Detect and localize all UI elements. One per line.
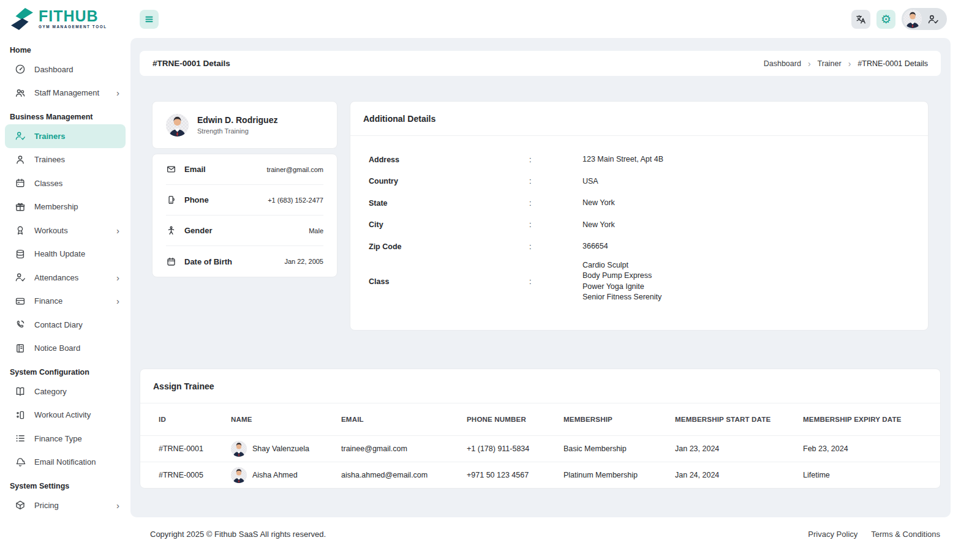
sidebar-item-health-update[interactable]: Health Update ›: [5, 242, 126, 266]
trainer-name: Edwin D. Rodriguez: [197, 115, 277, 125]
breadcrumb-item-trne-0001-details: #TRNE-0001 Details: [858, 59, 928, 68]
sidebar-item-workout-activity[interactable]: Workout Activity ›: [5, 403, 126, 427]
sidebar: FITHUB GYM MANAGEMENT TOOL Home Dashboar…: [0, 0, 130, 551]
breadcrumb-item-trainer[interactable]: Trainer: [818, 59, 842, 68]
detail-value: New York: [582, 195, 615, 211]
field-value: Jan 22, 2005: [284, 258, 323, 265]
mail-icon: [166, 164, 176, 174]
detail-separator: :: [529, 220, 582, 229]
hamburger-menu-button[interactable]: [140, 10, 159, 29]
fithub-logo-mark: [10, 7, 34, 31]
logo-name: FITHUB: [39, 9, 107, 24]
settings-button[interactable]: ⚙: [876, 10, 895, 29]
nav-section-title-home: Home: [10, 46, 121, 54]
chevron-right-icon: ›: [116, 296, 119, 305]
sidebar-item-finance-type[interactable]: Finance Type ›: [5, 427, 126, 451]
logo-subtitle: GYM MANAGEMENT TOOL: [39, 25, 107, 29]
cell-id: #TRNE-0001: [140, 435, 231, 462]
trainee-avatar: [231, 467, 247, 483]
nav-section-title-system-configuration: System Configuration: [10, 368, 121, 377]
fithub-logo[interactable]: FITHUB GYM MANAGEMENT TOOL: [5, 0, 126, 38]
sidebar-item-attendances[interactable]: Attendances ›: [5, 266, 126, 290]
sidebar-item-email-notification[interactable]: Email Notification ›: [5, 451, 126, 474]
cell-email: trainee@gmail.com: [341, 435, 467, 462]
sidebar-item-dashboard[interactable]: Dashboard ›: [5, 58, 126, 81]
sidebar-item-label: Email Notification: [34, 457, 119, 467]
profile-field-phone: Phone +1 (683) 152-2477: [166, 185, 323, 216]
book-icon: [15, 386, 26, 397]
sidebar-item-staff-management[interactable]: Staff Management ›: [5, 81, 126, 105]
sidebar-item-category[interactable]: Category ›: [5, 380, 126, 403]
assign-trainee-title: Assign Trainee: [140, 369, 940, 403]
sidebar-item-label: Dashboard: [34, 65, 119, 74]
sidebar-item-label: Health Update: [34, 249, 119, 258]
settings-gear-icon: ⚙: [881, 13, 891, 25]
footer-links: Privacy PolicyTerms & Conditions: [808, 530, 940, 539]
cell-email: aisha.ahmed@email.com: [341, 462, 467, 488]
sidebar-item-label: Finance: [34, 296, 108, 305]
sidebar-item-label: Pricing: [34, 501, 108, 510]
cell-id: #TRNE-0005: [140, 462, 231, 488]
hamburger-menu-icon: [143, 13, 155, 25]
sidebar-item-label: Membership: [34, 202, 119, 211]
detail-label: Country: [369, 177, 529, 186]
sidebar-item-label: Workout Activity: [34, 410, 119, 419]
detail-separator: :: [529, 156, 582, 164]
column-header-id: ID: [140, 403, 231, 435]
trainee-row-trne-0001[interactable]: #TRNE-0001Shay Valenzuelatrainee@gmail.c…: [140, 435, 941, 462]
field-label: Gender: [184, 226, 301, 235]
detail-label: Address: [369, 156, 529, 164]
additional-details-title: Additional Details: [350, 102, 928, 136]
column-header-membership: MEMBERSHIP: [564, 403, 675, 435]
detail-value: New York: [582, 217, 615, 233]
cell-phone-number: +971 50 123 4567: [467, 462, 564, 488]
cell-name: Aisha Ahmed: [231, 462, 341, 488]
footer-link-privacy-policy[interactable]: Privacy Policy: [808, 530, 858, 539]
detail-row-address: Address : 123 Main Street, Apt 4B: [369, 149, 928, 171]
sidebar-item-pricing[interactable]: Pricing ›: [5, 493, 126, 517]
body-icon: [166, 225, 176, 236]
sidebar-item-notice-board[interactable]: Notice Board ›: [5, 337, 126, 361]
cell-membership-start-date: Jan 23, 2024: [675, 435, 803, 462]
footer-link-terms-conditions[interactable]: Terms & Conditions: [871, 530, 940, 539]
user-menu[interactable]: [902, 8, 947, 30]
profile-field-gender: Gender Male: [166, 216, 323, 246]
sidebar-item-trainees[interactable]: Trainees ›: [5, 148, 126, 172]
phone-call-icon: [15, 319, 26, 330]
trainer-specialty: Strength Training: [197, 127, 277, 135]
detail-separator: :: [529, 242, 582, 251]
sidebar-item-workouts[interactable]: Workouts ›: [5, 219, 126, 242]
sidebar-item-contact-diary[interactable]: Contact Diary ›: [5, 313, 126, 337]
detail-row-state: State : New York: [369, 192, 928, 214]
sidebar-item-label: Trainees: [34, 155, 119, 164]
person-icon: [15, 154, 26, 165]
nav-section-title-system-settings: System Settings: [10, 482, 121, 490]
cell-membership-expiry-date: Feb 23, 2024: [803, 435, 941, 462]
trainee-avatar: [231, 441, 247, 457]
chevron-right-icon: ›: [116, 273, 119, 282]
breadcrumb-item-dashboard[interactable]: Dashboard: [764, 59, 801, 68]
box-icon: [15, 500, 26, 511]
database-icon: [15, 249, 26, 260]
sidebar-item-label: Classes: [34, 179, 119, 188]
field-value: +1 (683) 152-2477: [268, 197, 323, 204]
translate-button[interactable]: [851, 10, 870, 29]
breadcrumb-separator-icon: ›: [848, 59, 851, 69]
trainee-row-trne-0005[interactable]: #TRNE-0005Aisha Ahmedaisha.ahmed@email.c…: [140, 462, 941, 488]
trainer-identity-card: Edwin D. Rodriguez Strength Training: [152, 101, 337, 149]
sidebar-item-finance[interactable]: Finance ›: [5, 290, 126, 313]
sidebar-item-classes[interactable]: Classes ›: [5, 171, 126, 195]
detail-value: USA: [582, 174, 598, 190]
cell-membership: Basic Membership: [564, 435, 675, 462]
calendar-icon: [166, 257, 176, 267]
additional-details-rows: Address : 123 Main Street, Apt 4B Countr…: [350, 136, 928, 305]
profile-field-email: Email trainer@gmail.com: [166, 154, 323, 185]
sidebar-item-label: Trainers: [34, 132, 119, 141]
page-header-card: #TRNE-0001 Details Dashboard›Trainer›#TR…: [140, 51, 941, 76]
detail-label: State: [369, 199, 529, 208]
sidebar-item-membership[interactable]: Membership ›: [5, 195, 126, 219]
sidebar-item-trainers[interactable]: Trainers ›: [5, 124, 126, 148]
translate-icon: [855, 13, 867, 25]
dashboard-icon: [15, 64, 26, 75]
trainer-profile-column: Edwin D. Rodriguez Strength Training Ema…: [152, 101, 337, 277]
